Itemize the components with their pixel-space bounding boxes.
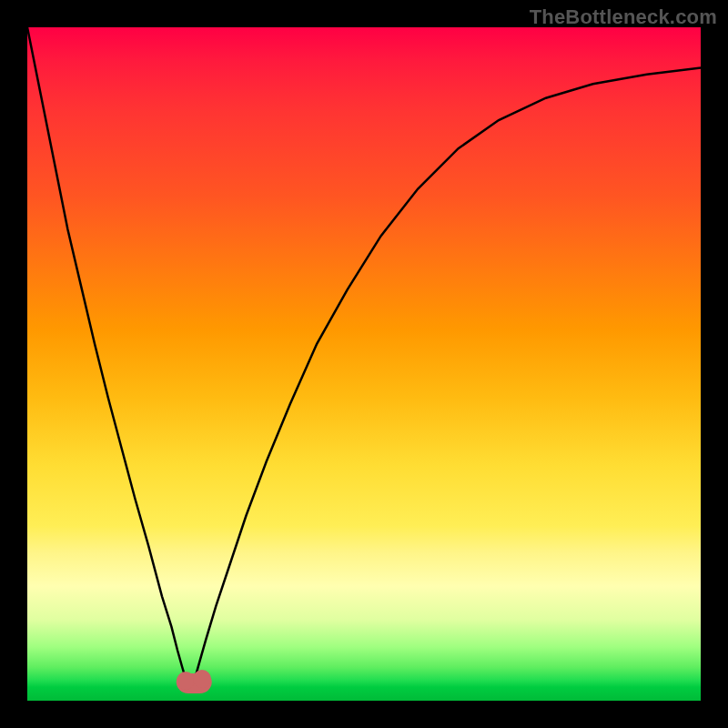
minimum-marker-right [193, 670, 211, 688]
minimum-marker-left [177, 672, 195, 690]
right-curve [195, 67, 702, 680]
left-curve [27, 27, 187, 681]
watermark-label: TheBottleneck.com [530, 5, 717, 29]
chart-curves [27, 27, 701, 701]
plot-area [27, 27, 701, 701]
bottleneck-chart: TheBottleneck.com [0, 0, 728, 728]
